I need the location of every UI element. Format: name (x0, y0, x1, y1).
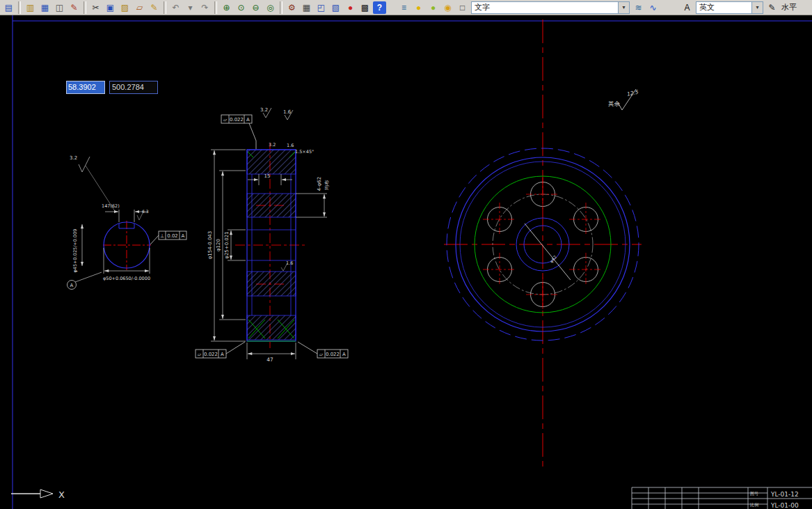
save-icon[interactable]: ▦ (38, 1, 51, 14)
chamfer-label: 1.5×45° (295, 149, 314, 155)
sketch-pen-icon[interactable]: ✎ (765, 1, 779, 14)
title-block: 图号 YL-01-12 比例 YL-01-00 (632, 487, 812, 509)
title-block-label-1: 图号 (750, 491, 758, 496)
finish-edge1-label: 3.2 (269, 142, 276, 148)
holes-note-label[interactable]: 均布 (324, 180, 330, 191)
bulb-color-icon[interactable]: ● (427, 1, 440, 14)
language-combo[interactable]: 英文▾ (696, 1, 763, 14)
bore-dim-label[interactable]: φ45+0.025/+0.009 (72, 229, 78, 273)
zoom-in-icon[interactable]: ⊕ (220, 1, 233, 14)
help-icon[interactable]: ? (373, 1, 386, 14)
layers-icon[interactable]: ≡ (397, 1, 411, 14)
toolbar-gap-2 (660, 1, 680, 14)
tol-top-value: 0.022 (230, 117, 244, 123)
dia-outer-label[interactable]: φ154-0.043 (207, 231, 213, 260)
section-view[interactable]: φ154-0.043 φ120 φ25+0.021 15 4-φ62 均布 47… (196, 107, 348, 363)
surface-roughness-note: 12.5 其余 (608, 88, 639, 110)
tol-left-value: 0.02 (167, 233, 178, 239)
coordinate-input-x[interactable]: 58.3902 (66, 81, 105, 94)
undo-icon[interactable]: ↶ (169, 1, 182, 14)
tol-left-datum: A (182, 233, 185, 239)
tolerance-frame-bottom-left[interactable]: ▱ 0.022 A (196, 342, 245, 358)
material-ball-icon[interactable]: ◉ (441, 1, 454, 14)
toolbar-separator-5 (280, 1, 282, 14)
right-toolbar-label: 水平 (781, 2, 797, 13)
zoom-out-icon[interactable]: ⊖ (249, 1, 262, 14)
tolerance-frame-top[interactable]: ▱ 0.022 A (221, 115, 256, 149)
text-style-icon[interactable]: A (680, 1, 694, 14)
cut-icon[interactable]: ✂ (89, 1, 102, 14)
section-chamfer-lines (247, 152, 296, 341)
tolerance-frame-bottom-right[interactable]: ▱ 0.022 A (298, 342, 348, 358)
section-outline[interactable] (247, 150, 296, 341)
x-axis-label: X (58, 490, 65, 500)
language-combo-value: 英文 (699, 2, 715, 13)
datum-label: A (70, 283, 74, 288)
front-view[interactable]: φ62 (444, 19, 642, 468)
style-combo-dropdown-button[interactable]: ▾ (618, 2, 629, 13)
tolerance-frame-left[interactable]: ⊥ 0.02 A (150, 231, 186, 244)
tol-bl-datum: A (221, 352, 224, 357)
tol-br-symbol: ▱ (319, 352, 324, 357)
open-icon[interactable]: ▥ (24, 1, 37, 14)
title-block-label-2: 比例 (750, 502, 758, 508)
plot-icon[interactable]: ✎ (67, 1, 81, 14)
finish-top1-label: 3.2 (260, 107, 268, 113)
finish-mid-label: 1.6 (286, 260, 293, 266)
bulb-on-icon[interactable]: ● (412, 1, 425, 14)
redo-icon[interactable]: ↷ (198, 1, 212, 14)
app-icon[interactable]: ▤ (2, 1, 15, 14)
tol-left-symbol: ⊥ (160, 233, 164, 239)
coordinate-y-value: 500.2784 (112, 83, 144, 91)
coordinate-x-value: 58.3902 (67, 81, 104, 93)
finish-top2-label: 1.6 (283, 109, 292, 115)
finish-edge2-label: 1.6 (287, 143, 294, 148)
new-window-icon[interactable]: ◰ (315, 1, 328, 14)
outer-dim-label[interactable]: φ50+0.0650/-0.0000 (103, 276, 150, 281)
frame-checkbox-icon[interactable]: □ (456, 1, 469, 14)
erase-icon[interactable]: ▱ (133, 1, 146, 14)
width-dim-label[interactable]: 47 (266, 357, 273, 363)
zoom-window-icon[interactable]: ⊙ (234, 1, 248, 14)
undo-dropdown-icon[interactable]: ▾ (184, 1, 197, 14)
tol-bl-symbol: ▱ (198, 352, 202, 357)
toolbar: ▤▥▦◫✎✂▣▨▱✎↶▾↷⊕⊙⊖◎⚙▦◰▧●▩?≡●●◉□文字▾≋∿A英文▾✎水… (0, 0, 812, 15)
ucs-axis-icon[interactable]: X (11, 490, 65, 500)
toolbar-separator-3 (164, 1, 166, 14)
spline-icon[interactable]: ∿ (646, 1, 660, 14)
paste-icon[interactable]: ▨ (118, 1, 132, 14)
tol-top-symbol: ▱ (223, 117, 228, 123)
toolbar-separator-2 (83, 1, 86, 14)
copy-icon[interactable]: ▣ (104, 1, 117, 14)
table-icon[interactable]: ▦ (300, 1, 313, 14)
options-icon[interactable]: ⚙ (285, 1, 298, 14)
toolbar-gap-1 (387, 1, 397, 14)
left-view[interactable]: 3.2 6.3 147(62) φ45+0.025/+0.009 φ50+0.0… (67, 155, 187, 290)
format-painter-icon[interactable]: ✎ (148, 1, 161, 14)
title-block-code-2: YL-01-00 (770, 502, 799, 509)
dia-pitch-label[interactable]: φ120 (216, 239, 221, 251)
coordinate-input-y[interactable]: 500.2784 (109, 81, 158, 94)
spreadsheet-icon[interactable]: ▩ (358, 1, 372, 14)
roughness-value: 12.5 (626, 88, 639, 97)
tol-bl-value: 0.022 (204, 352, 218, 357)
tol-top-datum: A (246, 117, 250, 123)
datum-flag[interactable]: A (67, 281, 77, 290)
keyway-dim-label[interactable]: 147(62) (102, 203, 120, 209)
sheet-set-icon[interactable]: ≋ (632, 1, 645, 14)
holes-count-label[interactable]: 4-φ62 (317, 177, 322, 191)
print-preview-icon[interactable]: ◫ (53, 1, 66, 14)
language-combo-dropdown-button[interactable]: ▾ (751, 2, 763, 13)
hub-width-label[interactable]: 15 (264, 173, 271, 179)
style-combo[interactable]: 文字▾ (471, 1, 630, 14)
section-hatch (247, 150, 296, 340)
tol-br-datum: A (342, 352, 346, 357)
hole-leader-line (525, 224, 571, 280)
left-finish-label: 3.2 (70, 155, 77, 161)
record-icon[interactable]: ● (344, 1, 357, 14)
style-combo-value: 文字 (475, 2, 490, 13)
dia-bore-label[interactable]: φ25+0.021 (224, 231, 230, 258)
toolbar-separator-4 (214, 1, 217, 14)
zoom-previous-icon[interactable]: ◎ (264, 1, 277, 14)
image-icon[interactable]: ▧ (329, 1, 342, 14)
